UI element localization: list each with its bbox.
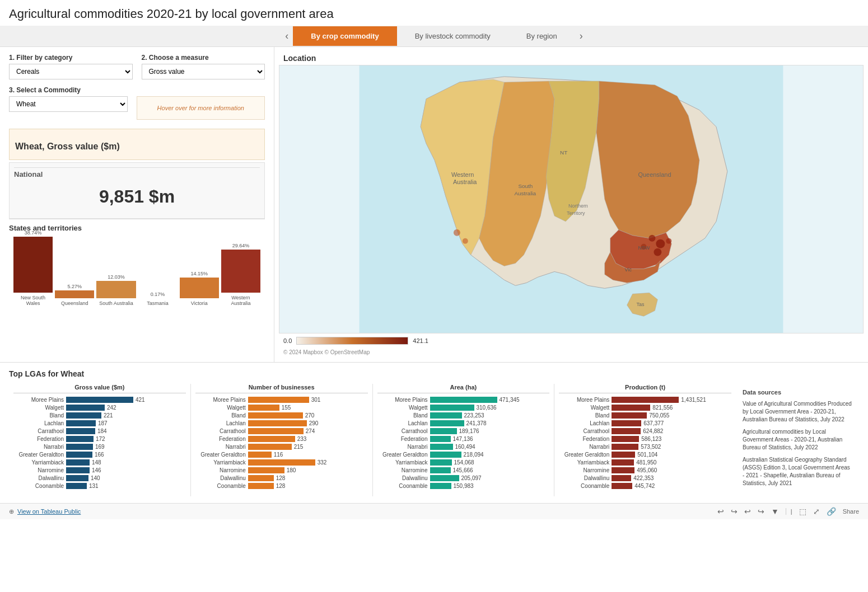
table-row-3-5: Federation 586,123	[559, 436, 731, 442]
row-value: 145,666	[453, 467, 473, 473]
row-value: 586,123	[641, 436, 661, 442]
row-bar	[66, 444, 93, 450]
bar-pct: 38.74%	[25, 230, 42, 236]
row-label: Lachlan	[13, 420, 64, 426]
table-row-2-8: Yarriambiack 154,068	[377, 459, 550, 466]
row-bar	[66, 436, 94, 442]
bar-pct: 29.64%	[232, 243, 250, 248]
measure-select[interactable]: Gross value Area (ha) Production (t) Num…	[142, 64, 265, 79]
row-label: Narromine	[377, 467, 428, 473]
tab-crop-commodity[interactable]: By crop commodity	[293, 26, 396, 46]
tableau-icon: ⊕	[9, 508, 14, 515]
row-value: 241,378	[466, 420, 487, 426]
table-row-0-11: Coonamble 131	[13, 483, 186, 489]
data-source-2: Agricultural commodities by Local Govern…	[743, 428, 852, 452]
svg-text:Northern: Northern	[568, 203, 588, 209]
metric-title: Wheat, Gross value ($m)	[15, 142, 259, 152]
table-row-1-11: Coonamble 128	[195, 483, 368, 489]
row-bar	[66, 405, 105, 411]
row-label: Narromine	[559, 467, 609, 473]
bar-rect	[13, 237, 53, 293]
bar-rect	[180, 278, 219, 298]
tab-by-region[interactable]: By region	[508, 26, 575, 46]
table-row-2-4: Carrathool 189,176	[377, 428, 550, 434]
bar-col-western-australia: 29.64% Western Australia	[221, 243, 260, 306]
row-bar	[612, 452, 635, 458]
row-bar	[66, 452, 92, 458]
bar-rect	[96, 281, 136, 298]
national-section: National 9,851 $m	[9, 162, 265, 219]
export-icon[interactable]: ⬚	[799, 507, 806, 516]
table-row-2-5: Federation 147,136	[377, 436, 550, 442]
fullscreen-icon[interactable]: ⤢	[813, 507, 820, 516]
row-value: 180	[287, 467, 296, 473]
row-label: Bland	[559, 412, 609, 419]
data-table-1: Number of businesses Moree Plains 301 Wa…	[191, 384, 373, 496]
table-row-0-1: Walgett 242	[13, 405, 186, 411]
filter-group-category: 1. Filter by category Cereals Horticultu…	[9, 54, 133, 79]
row-value: 1,431,521	[681, 397, 706, 403]
tableau-link[interactable]: View on Tableau Public	[17, 508, 81, 515]
tab-prev-arrow[interactable]: ‹	[281, 26, 293, 46]
row-value: 445,742	[634, 483, 655, 489]
table-header-0: Gross value ($m)	[13, 384, 186, 393]
row-value: 573,502	[641, 444, 661, 450]
row-value: 332	[318, 459, 327, 466]
table-row-3-1: Walgett 821,556	[559, 405, 731, 411]
redo-icon[interactable]: ↪	[731, 507, 738, 516]
commodity-select[interactable]: Wheat Barley Oats	[9, 96, 128, 112]
table-row-0-10: Dalwallinu 140	[13, 475, 186, 481]
filter-row-1: 1. Filter by category Cereals Horticultu…	[9, 54, 265, 79]
forward-icon[interactable]: ↪	[758, 507, 764, 516]
row-value: 189,176	[459, 428, 479, 434]
bottom-section: Top LGAs for Wheat Gross value ($m) More…	[0, 362, 868, 503]
table-row-1-2: Bland 270	[195, 412, 368, 419]
table-row-3-2: Bland 750,055	[559, 412, 731, 419]
category-select[interactable]: Cereals Horticulture Vegetables	[9, 64, 133, 79]
row-label: Walgett	[13, 405, 64, 411]
row-label: Carrathool	[377, 428, 428, 434]
share-icon[interactable]: 🔗	[827, 507, 836, 516]
row-bar	[430, 436, 451, 442]
row-label: Dalwallinu	[377, 475, 428, 481]
table-row-2-11: Coonamble 150,983	[377, 483, 550, 489]
row-bar	[612, 436, 639, 442]
measure-label: 2. Choose a measure	[142, 54, 265, 62]
row-label: Lachlan	[559, 420, 609, 426]
reset-icon[interactable]: ↩	[744, 507, 751, 516]
share-label[interactable]: Share	[843, 508, 859, 515]
row-label: Bland	[13, 412, 64, 419]
row-bar	[66, 475, 88, 481]
row-bar	[430, 452, 461, 458]
table-row-1-9: Narromine 180	[195, 467, 368, 473]
undo-icon[interactable]: ↩	[717, 507, 724, 516]
table-row-0-3: Lachlan 187	[13, 420, 186, 426]
category-label: 1. Filter by category	[9, 54, 133, 62]
table-row-3-3: Lachlan 637,377	[559, 420, 731, 426]
row-label: Moree Plains	[377, 397, 428, 403]
row-bar	[248, 428, 304, 434]
dropdown-icon[interactable]: ▼	[771, 507, 779, 516]
row-bar	[248, 420, 307, 426]
svg-text:Queensland: Queensland	[638, 171, 671, 178]
row-value: 147,136	[453, 436, 473, 442]
row-value: 218,094	[464, 452, 484, 458]
row-label: Lachlan	[377, 420, 428, 426]
tab-livestock-commodity[interactable]: By livestock commodity	[397, 26, 508, 46]
row-label: Yarriambiack	[13, 459, 64, 466]
row-bar	[66, 420, 96, 426]
row-label: Narrabri	[377, 444, 428, 450]
metric-section: Wheat, Gross value ($m)	[9, 129, 265, 160]
filter-group-commodity: 3. Select a Commodity Wheat Barley Oats	[9, 86, 128, 112]
row-value: 150,983	[454, 483, 474, 489]
metric-measure: , Gross value ($m)	[42, 142, 120, 151]
tab-next-arrow[interactable]: ›	[575, 26, 587, 46]
row-bar	[66, 412, 101, 419]
row-value: 146	[92, 467, 101, 473]
bar-label: Queensland	[61, 300, 88, 306]
main-container: Agricultural commodities 2020-21 by loca…	[0, 0, 868, 592]
row-label: Coonamble	[13, 483, 64, 489]
row-bar	[612, 459, 634, 466]
table-row-1-5: Federation 233	[195, 436, 368, 442]
row-bar	[248, 436, 295, 442]
